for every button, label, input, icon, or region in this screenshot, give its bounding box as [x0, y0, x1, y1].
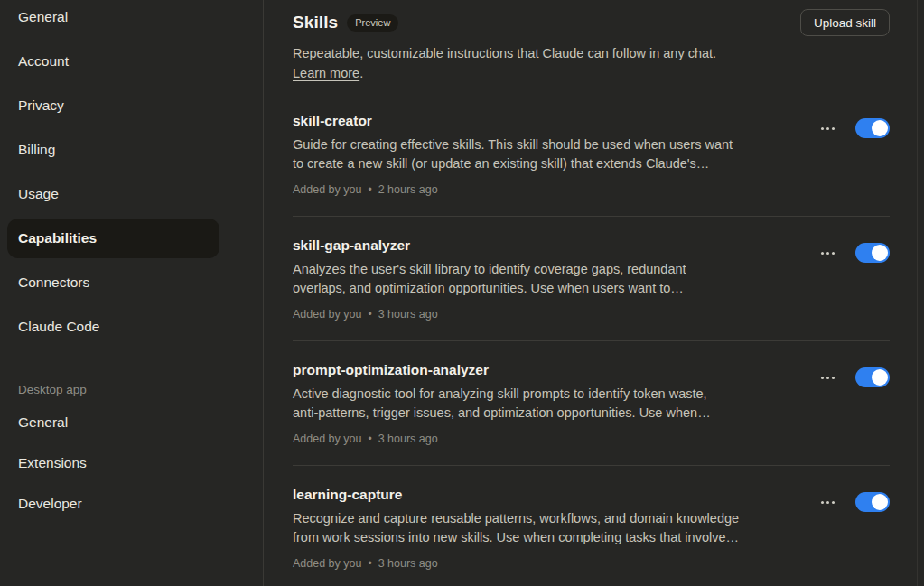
settings-window: General Account Privacy Billing Usage Ca…: [0, 0, 924, 586]
sidebar-item-label: Connectors: [18, 274, 89, 291]
toggle-knob: [872, 494, 888, 510]
more-options-button[interactable]: [817, 244, 837, 262]
skill-name: learning-capture: [293, 485, 796, 505]
skills-header: Skills Preview Upload skill: [293, 7, 890, 38]
ellipsis-icon: [826, 501, 829, 504]
meta-separator: •: [368, 557, 371, 570]
skill-enabled-toggle[interactable]: [855, 367, 890, 387]
time-ago: 3 hours ago: [378, 557, 438, 570]
added-by: Added by you: [293, 308, 361, 321]
sidebar-item-claude-code[interactable]: Claude Code: [7, 307, 219, 347]
sidebar-desktop-nav: General Extensions Developer: [0, 405, 263, 522]
skill-info: skill-creator Guide for creating effecti…: [293, 111, 796, 196]
skill-controls: [817, 492, 890, 512]
sidebar-item-general[interactable]: General: [7, 0, 219, 37]
sidebar-item-label: Account: [18, 53, 69, 70]
added-by: Added by you: [293, 433, 361, 445]
skill-controls: [817, 243, 890, 263]
right-gutter: [918, 0, 924, 586]
skill-controls: [817, 118, 890, 138]
sidebar-item-label: Billing: [18, 142, 55, 158]
skill-description: Recognize and capture reusable patterns,…: [293, 509, 796, 547]
toggle-knob: [872, 120, 888, 136]
skill-row: skill-gap-analyzer Analyzes the user's s…: [293, 217, 890, 341]
sidebar-item-label: Claude Code: [18, 319, 99, 335]
skill-name: skill-gap-analyzer: [293, 236, 796, 256]
ellipsis-icon: [826, 252, 829, 255]
sidebar-item-label: General: [18, 9, 68, 25]
added-by: Added by you: [293, 183, 361, 196]
sidebar-item-usage[interactable]: Usage: [7, 174, 219, 214]
more-options-button[interactable]: [817, 119, 837, 137]
skill-row: learning-capture Recognize and capture r…: [293, 466, 890, 586]
learn-more-link[interactable]: Learn more: [293, 66, 359, 80]
sidebar-item-extensions[interactable]: Extensions: [7, 445, 219, 481]
sidebar-item-connectors[interactable]: Connectors: [7, 263, 219, 302]
skill-meta: Added by you•3 hours ago: [293, 557, 796, 570]
skill-meta: Added by you•3 hours ago: [293, 433, 796, 445]
skill-meta: Added by you•2 hours ago: [293, 183, 796, 196]
sidebar-item-account[interactable]: Account: [7, 42, 219, 81]
sidebar-item-label: General: [18, 414, 68, 431]
sidebar-item-capabilities[interactable]: Capabilities: [7, 219, 219, 258]
added-by: Added by you: [293, 557, 361, 570]
more-options-button[interactable]: [817, 368, 837, 386]
skill-enabled-toggle[interactable]: [855, 492, 890, 512]
preview-badge: Preview: [347, 14, 398, 32]
skill-info: learning-capture Recognize and capture r…: [293, 485, 796, 570]
time-ago: 3 hours ago: [378, 433, 438, 445]
skill-description: Active diagnostic tool for analyzing ski…: [293, 385, 796, 423]
time-ago: 3 hours ago: [378, 308, 438, 321]
more-options-button[interactable]: [817, 493, 837, 511]
skills-list: skill-creator Guide for creating effecti…: [293, 92, 890, 586]
skill-enabled-toggle[interactable]: [855, 243, 890, 263]
period: .: [359, 66, 363, 80]
sidebar-item-developer[interactable]: Developer: [7, 486, 219, 522]
skill-controls: [817, 367, 890, 387]
time-ago: 2 hours ago: [378, 183, 438, 196]
meta-separator: •: [368, 308, 371, 321]
skills-description-text: Repeatable, customizable instructions th…: [293, 46, 716, 60]
upload-skill-button[interactable]: Upload skill: [800, 9, 890, 36]
sidebar-item-billing[interactable]: Billing: [7, 130, 219, 170]
sidebar-item-desktop-general[interactable]: General: [7, 405, 219, 441]
toggle-knob: [872, 245, 888, 261]
ellipsis-icon: [826, 377, 829, 379]
sidebar-nav: General Account Privacy Billing Usage Ca…: [0, 0, 263, 347]
skill-name: prompt-optimization-analyzer: [293, 360, 796, 380]
skill-enabled-toggle[interactable]: [855, 118, 890, 138]
toggle-knob: [872, 369, 888, 386]
skill-row: prompt-optimization-analyzer Active diag…: [293, 341, 890, 466]
skills-settings-panel: Skills Preview Upload skill Repeatable, …: [264, 0, 918, 586]
skill-meta: Added by you•3 hours ago: [293, 308, 796, 321]
sidebar-item-label: Extensions: [18, 455, 87, 471]
skill-name: skill-creator: [293, 111, 796, 131]
skills-description: Repeatable, customizable instructions th…: [293, 43, 890, 83]
meta-separator: •: [368, 433, 371, 445]
skill-info: prompt-optimization-analyzer Active diag…: [293, 360, 796, 445]
sidebar-item-label: Usage: [18, 186, 59, 202]
sidebar-item-label: Capabilities: [18, 230, 97, 246]
skill-info: skill-gap-analyzer Analyzes the user's s…: [293, 236, 796, 321]
sidebar-item-label: Privacy: [18, 98, 64, 114]
settings-sidebar: General Account Privacy Billing Usage Ca…: [0, 0, 264, 586]
sidebar-item-label: Developer: [18, 496, 82, 512]
page-title: Skills: [293, 13, 338, 33]
skill-description: Guide for creating effective skills. Thi…: [293, 135, 796, 173]
skill-row: skill-creator Guide for creating effecti…: [293, 92, 890, 217]
meta-separator: •: [368, 183, 371, 196]
sidebar-item-privacy[interactable]: Privacy: [7, 86, 219, 126]
ellipsis-icon: [826, 127, 829, 130]
skill-description: Analyzes the user's skill library to ide…: [293, 260, 796, 298]
sidebar-section-desktop-app: Desktop app: [18, 379, 263, 399]
